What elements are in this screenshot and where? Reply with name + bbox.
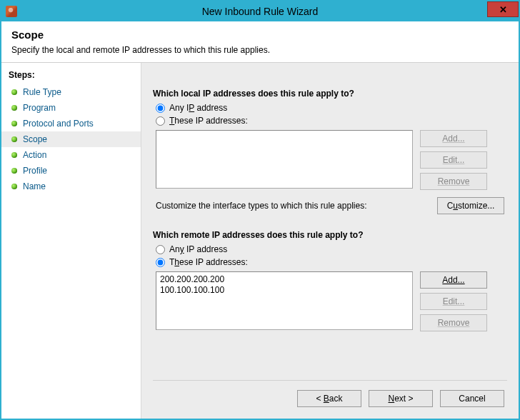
step-label: Name	[23, 181, 46, 191]
ip-entry[interactable]: 200.200.200.200	[160, 274, 409, 285]
remote-these-radio-row[interactable]: These IP addresses:	[156, 257, 507, 267]
customize-row: Customize the interface types to which t…	[156, 197, 504, 214]
local-these-radio-row[interactable]: These IP addresses:	[156, 116, 507, 126]
bullet-icon	[11, 152, 17, 158]
remote-any-label: Any IP address	[169, 244, 227, 254]
remote-add-button[interactable]: Add...	[420, 271, 487, 289]
step-label: Action	[23, 150, 46, 160]
cancel-button[interactable]: Cancel	[440, 390, 504, 407]
wizard-body: Steps: Rule TypeProgramProtocol and Port…	[1, 63, 519, 420]
step-action[interactable]: Action	[1, 147, 141, 163]
local-any-label: Any IP address	[169, 103, 227, 113]
step-label: Program	[23, 103, 56, 113]
step-scope[interactable]: Scope	[1, 131, 141, 147]
remote-these-radio[interactable]	[156, 258, 165, 267]
wizard-content: Which local IP addresses does this rule …	[141, 63, 519, 420]
steps-sidebar: Steps: Rule TypeProgramProtocol and Port…	[1, 63, 141, 420]
remote-these-label: These IP addresses:	[169, 257, 248, 267]
local-add-button[interactable]: Add...	[420, 130, 487, 147]
step-name[interactable]: Name	[1, 179, 141, 194]
ip-entry[interactable]: 100.100.100.100	[160, 285, 409, 296]
step-rule-type[interactable]: Rule Type	[1, 84, 141, 100]
bullet-icon	[11, 184, 17, 189]
local-these-label: These IP addresses:	[169, 116, 248, 126]
bullet-icon	[11, 89, 17, 95]
bullet-icon	[11, 136, 17, 142]
remote-button-column: Add... Edit... Remove	[420, 271, 487, 331]
remote-any-radio-row[interactable]: Any IP address	[156, 244, 507, 254]
step-protocol-and-ports[interactable]: Protocol and Ports	[1, 116, 141, 131]
remote-any-radio[interactable]	[156, 245, 165, 254]
wizard-footer: < Back Next > Cancel	[153, 380, 507, 416]
local-any-radio[interactable]	[156, 104, 165, 113]
wizard-header: Scope Specify the local and remote IP ad…	[1, 21, 519, 63]
page-subtitle: Specify the local and remote IP addresse…	[11, 45, 509, 55]
local-question: Which local IP addresses does this rule …	[153, 89, 507, 99]
customize-text: Customize the interface types to which t…	[156, 201, 366, 211]
step-label: Scope	[23, 134, 47, 144]
next-button[interactable]: Next >	[369, 390, 433, 407]
titlebar: New Inbound Rule Wizard ✕	[1, 1, 519, 21]
remote-question: Which remote IP addresses does this rule…	[153, 230, 507, 240]
step-profile[interactable]: Profile	[1, 163, 141, 179]
local-ip-list[interactable]	[156, 130, 413, 189]
close-icon: ✕	[499, 5, 507, 14]
local-any-radio-row[interactable]: Any IP address	[156, 103, 507, 113]
bullet-icon	[11, 121, 17, 126]
page-title: Scope	[11, 29, 509, 41]
local-ip-group: Add... Edit... Remove	[156, 130, 507, 190]
local-remove-button[interactable]: Remove	[420, 173, 487, 190]
window-title: New Inbound Rule Wizard	[1, 6, 519, 17]
back-button[interactable]: < Back	[297, 390, 361, 407]
remote-edit-button[interactable]: Edit...	[420, 293, 487, 310]
remote-remove-button[interactable]: Remove	[420, 314, 487, 331]
step-label: Profile	[23, 166, 47, 176]
customize-button[interactable]: Customize...	[437, 197, 504, 214]
step-label: Protocol and Ports	[23, 119, 94, 129]
bullet-icon	[11, 105, 17, 111]
local-button-column: Add... Edit... Remove	[420, 130, 487, 190]
step-program[interactable]: Program	[1, 100, 141, 116]
steps-label: Steps:	[1, 67, 141, 84]
remote-ip-list[interactable]: 200.200.200.200100.100.100.100	[156, 271, 413, 330]
step-label: Rule Type	[23, 87, 61, 97]
close-button[interactable]: ✕	[487, 1, 519, 17]
bullet-icon	[11, 168, 17, 174]
local-edit-button[interactable]: Edit...	[420, 151, 487, 169]
remote-ip-group: 200.200.200.200100.100.100.100 Add... Ed…	[156, 271, 507, 331]
local-these-radio[interactable]	[156, 116, 165, 126]
